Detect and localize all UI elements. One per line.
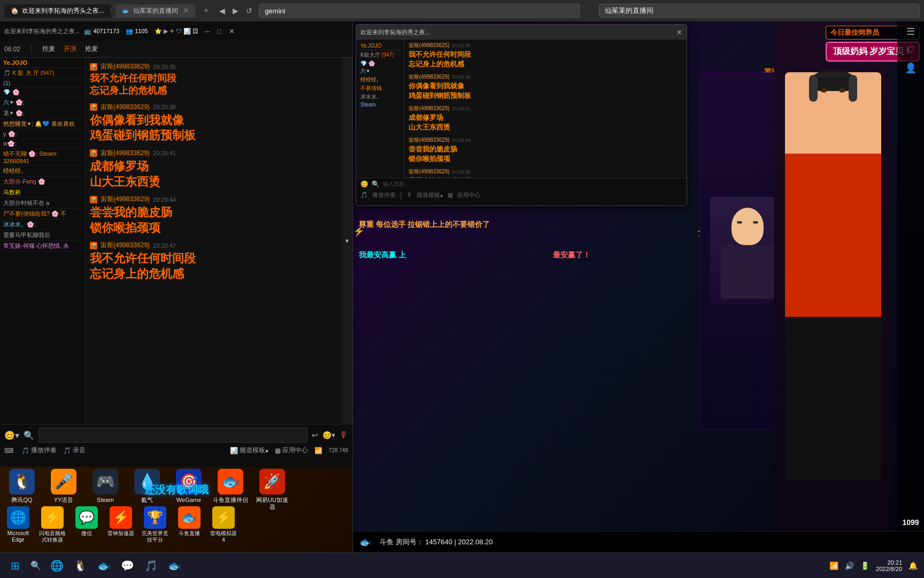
flash-icon: ⚡: [41, 506, 64, 529]
desktop-icon-uu[interactable]: 🚀 网易UU加速器: [252, 467, 292, 513]
start-button[interactable]: ⊞: [4, 556, 26, 575]
side-heart-icon[interactable]: ♡: [906, 44, 915, 56]
f2-shortcut[interactable]: ⌨: [4, 447, 15, 454]
users-stat: 👥 1105: [126, 28, 148, 35]
streamer-eye-l: [821, 88, 827, 93]
popup-titlebar: 欢迎来到李拓海的秀之夜... ✕: [356, 25, 687, 40]
desktop-icon-flash[interactable]: ⚡ 闪电音频格式转换器: [36, 505, 68, 545]
popup-time-5: 20:20:35: [452, 169, 471, 174]
desktop-icon-wanmei[interactable]: 🏆 完美世界竞技平台: [139, 505, 171, 545]
leishen-icon: ⚡: [110, 506, 132, 529]
address-bar-2[interactable]: [599, 4, 920, 18]
taskbar-wechat[interactable]: 💬: [117, 555, 138, 576]
lightning-mid1: ⚡: [353, 225, 365, 237]
desktop-icon-douyu-live[interactable]: 🐟 斗鱼直播: [173, 505, 205, 545]
system-clock[interactable]: 20:21 2022/8/20: [874, 559, 904, 572]
taskbar-anemo[interactable]: 🎵: [140, 555, 161, 576]
video-content: ⚡ ⚡ ⚡ ⚡ 望诸位重真瞒愿拜！好听好听 ▐ 是谁来踢馆瑞 就是不惊 重 重尊…: [353, 21, 924, 531]
taskbar-douyu2[interactable]: 🐟: [164, 555, 185, 576]
nav-grab[interactable]: 抢麦: [85, 44, 98, 54]
chat-text-2a: 你偶像看到我就像: [90, 113, 337, 128]
chat-time-2: 20:20:38: [153, 104, 176, 110]
video-info-bar: 🐟 斗鱼 房间号： 1457640 | 2022.08.20: [353, 531, 924, 552]
desktop-icon-edge[interactable]: 🌐 Microsoft Edge: [2, 505, 34, 545]
minimize-btn[interactable]: ─: [203, 26, 212, 36]
chat-text-3a: 成都修罗场: [90, 159, 337, 174]
back-btn[interactable]: ◀: [217, 4, 227, 17]
popup-search-btn[interactable]: 🔍: [372, 180, 380, 188]
chat-time-4: 20:20:44: [153, 196, 176, 203]
freq-tool[interactable]: 📊 频道模板▴: [230, 446, 268, 455]
taskbar-search-btn[interactable]: 🔍: [28, 556, 44, 575]
side-menu-icon[interactable]: ☰: [906, 26, 915, 37]
chat-message-1: 📦 宙斯(499833629) 20:20:35 我不允许任何时间段 忘记身上的…: [90, 62, 337, 97]
tab2-favicon: 🐟: [122, 7, 130, 14]
tab2-close[interactable]: ✕: [183, 7, 189, 14]
stream-stats: 📺 40717173 👥 1105 ⭐ ▶ ✈ 🛡 📊 🖼: [84, 28, 198, 35]
tray-battery-icon[interactable]: 🔋: [858, 560, 872, 571]
taskbar-qq-tl[interactable]: 🐧: [70, 555, 91, 576]
popup-close-btn[interactable]: ✕: [676, 28, 682, 36]
tab1-close[interactable]: ✕: [110, 7, 111, 14]
browser-tab-2[interactable]: 🐟 仙茱茉的直播间 ✕: [116, 4, 195, 18]
chat-scroll-btn[interactable]: ▼: [342, 58, 352, 424]
anime-eye-l: [737, 221, 742, 224]
playback-tool[interactable]: 🎵 播放伴奏: [21, 446, 57, 455]
main-container: 🏠 欢迎来到李拓海的秀头之夜... ✕ 🐟 仙茱茉的直播间 ✕ + ◀ ▶ ↺ …: [0, 0, 924, 578]
address-bar-1[interactable]: [259, 4, 580, 18]
popup-text-3b: 山大王东西烫: [409, 123, 682, 132]
anime-face: [732, 208, 764, 245]
tray-sound-icon[interactable]: 🔊: [843, 560, 856, 571]
headphone-r: [849, 75, 857, 102]
tray-network-icon[interactable]: 📶: [827, 560, 841, 571]
scroll-down-icon[interactable]: ▼: [344, 238, 350, 244]
record-tool[interactable]: 🎵 录音: [63, 446, 86, 455]
taskbar-right: 📶 🔊 🔋 20:21 2022/8/20 🔔: [827, 559, 920, 572]
search-chat-btn[interactable]: 🔍: [24, 430, 34, 440]
popup-msg-1: 宙斯(499833625) 20:20:35 我不允许任何时间段 忘记身上的危机…: [409, 42, 682, 69]
user-item-9: 经经经。: [0, 166, 85, 177]
chat-text-4b: 锁你喉掐颈项: [90, 220, 337, 236]
yy-icon: 🎤: [51, 469, 76, 495]
chat-text-3b: 山大王东西烫: [90, 174, 337, 190]
windows-logo-icon: ⊞: [11, 559, 20, 572]
nav-open[interactable]: 开演: [64, 44, 76, 54]
popup-window: 欢迎来到李拓海的秀之夜... ✕ Ye.JOJO K歌大厅 (947) 💎 🌸 …: [356, 24, 687, 206]
mic-btn[interactable]: 🎙: [340, 430, 348, 440]
maximize-btn[interactable]: □: [215, 26, 224, 36]
chat-name-2: 宙斯(499833629): [101, 103, 150, 112]
emoji-picker-btn[interactable]: 😊▾: [322, 431, 335, 439]
uu-icon: 🚀: [259, 469, 285, 495]
popup-time-1: 20:20:35: [452, 43, 471, 48]
popup-input-placeholder: 输入消息..: [383, 180, 407, 188]
browser-tab-1[interactable]: 🏠 欢迎来到李拓海的秀头之夜... ✕: [4, 4, 111, 18]
forward-btn[interactable]: ▶: [230, 4, 241, 17]
popup-msg-4: 宙斯(499833629) 20:20:44 尝尝我的脆皮肠 锁你喉掐颈项: [409, 136, 682, 164]
nav-control[interactable]: 控麦: [42, 44, 55, 54]
chat-input[interactable]: [38, 428, 307, 443]
popup-msg-3: 宙斯(499833629) 20:20:41 成都修罗场 山大王东西烫: [409, 105, 682, 132]
side-user-icon[interactable]: 👤: [905, 62, 917, 74]
clock-date: 2022/8/20: [876, 566, 902, 572]
taskbar-douyu-tl[interactable]: 🐟: [93, 555, 114, 576]
user-kge-hall[interactable]: 🎵 K 歌 大 厅 (947): [0, 68, 85, 79]
popup-emoji-btn[interactable]: 😊: [360, 180, 368, 188]
taskbar-edge[interactable]: 🌐: [46, 555, 67, 576]
emoji-btn[interactable]: 😊▾: [4, 430, 19, 440]
tray-notification-icon[interactable]: 🔔: [906, 560, 920, 571]
close-btn[interactable]: ✕: [227, 26, 237, 36]
desktop-icon-leidiandianqi[interactable]: ⚡ 雷电模拟器4: [207, 505, 240, 545]
desktop-icon-wechat[interactable]: 💬 微信: [71, 505, 103, 545]
left-panel: 欢迎来到李拓海的秀之之夜... 📺 40717173 👥 1105 ⭐ ▶ ✈ …: [0, 21, 353, 552]
desktop-icon-leishen[interactable]: ⚡ 雷神加速器: [105, 505, 137, 545]
browser-nav: ◀ ▶ ↺: [217, 4, 255, 17]
reload-btn[interactable]: ↺: [244, 4, 255, 17]
left-main: Ye.JOJO 🎵 K 歌 大 厅 (947) (1) 💎 🌸 六✦ 🌸; 龙✦…: [0, 58, 352, 424]
new-tab-btn[interactable]: +: [199, 6, 213, 16]
user-item-12: 大部分时候不在 a: [0, 198, 85, 209]
douyu-tl-taskbar-icon: 🐟: [97, 559, 111, 572]
popup-time-3: 20:20:41: [452, 106, 471, 111]
app-center[interactable]: ▦ 应用中心: [275, 446, 308, 455]
chat-name-1: 宙斯(499833629): [101, 62, 150, 71]
popup-name-4: 宙斯(499833629): [409, 136, 450, 144]
